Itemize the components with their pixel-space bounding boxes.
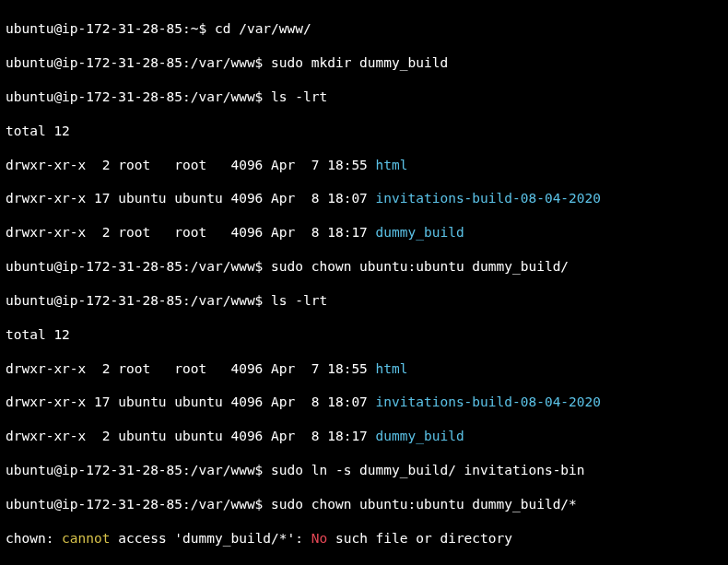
err-no: No: [311, 531, 327, 546]
ls-row: drwxr-xr-x 17 ubuntu ubuntu 4096 Apr 8 1…: [6, 190, 722, 206]
err-cannot: cannot: [62, 531, 110, 546]
prompt: ubuntu@ip-172-31-28-85:/var/www$: [6, 89, 271, 104]
prompt: ubuntu@ip-172-31-28-85:~$: [6, 21, 215, 36]
command-cd: cd /var/www/: [215, 21, 311, 36]
ls-name-invitations-build: invitations-build-08-04-2020: [376, 394, 601, 409]
line-prompt-chown1: ubuntu@ip-172-31-28-85:/var/www$ sudo ch…: [6, 258, 722, 275]
ls-perm: drwxr-xr-x 17 ubuntu ubuntu 4096 Apr 8 1…: [6, 394, 376, 409]
line-prompt-cd: ubuntu@ip-172-31-28-85:~$ cd /var/www/: [6, 20, 722, 37]
command-ls: ls -lrt: [271, 293, 327, 308]
ls-name-html: html: [376, 158, 408, 172]
ls-perm: drwxr-xr-x 2 ubuntu ubuntu 4096 Apr 8 18…: [6, 429, 376, 443]
ls-name-invitations-build: invitations-build-08-04-2020: [376, 191, 601, 206]
ls-perm: drwxr-xr-x 2 root root 4096 Apr 8 18:17: [6, 225, 376, 240]
ls-perm: drwxr-xr-x 2 root root 4096 Apr 7 18:55: [6, 361, 376, 376]
command-ls: ls -lrt: [271, 89, 327, 104]
ls-name-dummy-build: dummy_build: [376, 429, 464, 443]
line-prompt-chown2: ubuntu@ip-172-31-28-85:/var/www$ sudo ch…: [6, 496, 722, 512]
err-pre: chown:: [6, 531, 62, 546]
err-post: such file or directory: [327, 531, 512, 546]
prompt: ubuntu@ip-172-31-28-85:/var/www$: [6, 497, 271, 512]
command-chown1: sudo chown ubuntu:ubuntu dummy_build/: [271, 259, 569, 274]
ls-total: total 12: [6, 326, 722, 343]
prompt: ubuntu@ip-172-31-28-85:/var/www$: [6, 293, 271, 308]
prompt: ubuntu@ip-172-31-28-85:/var/www$: [6, 55, 271, 70]
ls-perm: drwxr-xr-x 2 root root 4096 Apr 7 18:55: [6, 158, 376, 172]
line-error: chown: cannot access 'dummy_build/*': No…: [6, 530, 722, 547]
line-prompt-ls1: ubuntu@ip-172-31-28-85:/var/www$ ls -lrt: [6, 88, 722, 105]
command-ln: sudo ln -s dummy_build/ invitations-bin: [271, 463, 584, 477]
line-prompt-mkdir: ubuntu@ip-172-31-28-85:/var/www$ sudo mk…: [6, 54, 722, 71]
prompt: ubuntu@ip-172-31-28-85:/var/www$: [6, 259, 271, 274]
line-prompt-ls2: ubuntu@ip-172-31-28-85:/var/www$ ls -lrt: [6, 292, 722, 309]
line-prompt-ln: ubuntu@ip-172-31-28-85:/var/www$ sudo ln…: [6, 462, 722, 478]
terminal-window[interactable]: ubuntu@ip-172-31-28-85:~$ cd /var/www/ u…: [0, 0, 728, 565]
command-chown2: sudo chown ubuntu:ubuntu dummy_build/*: [271, 497, 577, 512]
ls-name-dummy-build: dummy_build: [376, 225, 464, 240]
ls-total: total 12: [6, 123, 722, 139]
ls-row: drwxr-xr-x 2 root root 4096 Apr 7 18:55 …: [6, 360, 722, 377]
ls-row: drwxr-xr-x 2 root root 4096 Apr 8 18:17 …: [6, 224, 722, 241]
ls-perm: drwxr-xr-x 17 ubuntu ubuntu 4096 Apr 8 1…: [6, 191, 376, 206]
prompt: ubuntu@ip-172-31-28-85:/var/www$: [6, 463, 271, 477]
ls-name-html: html: [376, 361, 408, 376]
err-mid: access 'dummy_build/*':: [111, 531, 311, 546]
ls-row: drwxr-xr-x 2 ubuntu ubuntu 4096 Apr 8 18…: [6, 428, 722, 444]
ls-row: drwxr-xr-x 17 ubuntu ubuntu 4096 Apr 8 1…: [6, 394, 722, 410]
command-mkdir: sudo mkdir dummy_build: [271, 55, 448, 70]
ls-row: drwxr-xr-x 2 root root 4096 Apr 7 18:55 …: [6, 157, 722, 173]
